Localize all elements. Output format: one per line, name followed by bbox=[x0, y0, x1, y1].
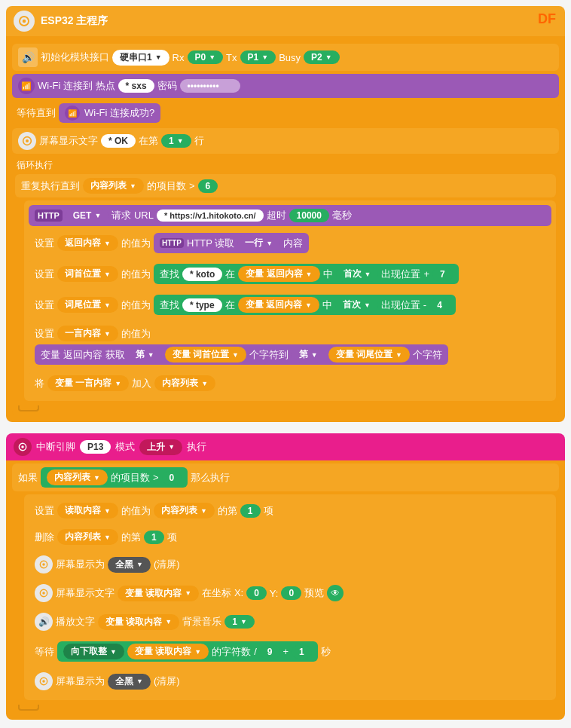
scroll-var[interactable]: 变量 读取内容 bbox=[127, 644, 209, 659]
speaker-icon: 🔊 bbox=[18, 47, 38, 67]
tx-pin[interactable]: P1 bbox=[240, 50, 276, 64]
http-row: HTTP GET 请求 URL * https://v1.hitokoto.cn… bbox=[29, 205, 551, 226]
delete-row: 删除 内容列表 的第 1 项 bbox=[29, 525, 551, 549]
set-return-row: 设置 返回内容 的值为 HTTP HTTP 读取 一行 内容 bbox=[29, 229, 551, 257]
df-logo: DF bbox=[538, 11, 556, 27]
screen-icon4 bbox=[35, 672, 53, 690]
read-item-num[interactable]: 1 bbox=[240, 504, 261, 518]
get-to[interactable]: 第 bbox=[292, 347, 325, 362]
set-word-end-row: 设置 词尾位置 的值为 查找 * type 在 变量 返回内容 中 首次 出现位… bbox=[29, 291, 551, 319]
clear-color2[interactable]: 全黑 bbox=[108, 674, 151, 690]
init-module-row: 🔊 初始化模块接口 硬串口1 Rx P0 Tx P1 Busy P2 bbox=[12, 44, 559, 71]
if-list[interactable]: 内容列表 bbox=[47, 470, 108, 485]
speaker-icon2: 🔊 bbox=[35, 613, 53, 631]
set-word-start-row: 设置 词首位置 的值为 查找 * koto 在 变量 返回内容 中 首次 出现位… bbox=[29, 260, 551, 288]
port-select[interactable]: 硬串口1 bbox=[112, 50, 169, 66]
add-list-row: 将 变量 一言内容 加入 内容列表 bbox=[29, 372, 551, 395]
interrupt-icon bbox=[14, 438, 32, 456]
list-name-select[interactable]: 内容列表 bbox=[83, 178, 144, 194]
password-input[interactable]: •••••••••• bbox=[180, 79, 240, 93]
offset-7[interactable]: 7 bbox=[432, 268, 453, 281]
screen-icon3 bbox=[35, 584, 53, 602]
search-type[interactable]: * type bbox=[182, 298, 222, 312]
word-end-var[interactable]: 词尾位置 bbox=[57, 297, 118, 313]
svg-point-3 bbox=[26, 139, 29, 142]
screen-clear2-row: 屏幕显示为 全黑 (清屏) bbox=[29, 668, 551, 694]
http-method[interactable]: GET bbox=[66, 209, 109, 222]
music-val[interactable]: 1 bbox=[224, 615, 255, 629]
offset-4[interactable]: 4 bbox=[429, 298, 450, 312]
divisor-9[interactable]: 9 bbox=[260, 645, 280, 659]
return-content-var1[interactable]: 变量 返回内容 bbox=[238, 266, 319, 282]
wifi-row: 📶 Wi-Fi 连接到 热点 * sxs 密码 •••••••••• bbox=[12, 74, 559, 98]
if-bottom bbox=[12, 703, 559, 714]
read-row-select[interactable]: 一行 bbox=[237, 235, 280, 251]
scroll-direction[interactable]: 向下取整 bbox=[63, 644, 124, 659]
set-content-row: 设置 一言内容 的值为 变量 返回内容 获取 第 变量 词首位置 个字符到 第 … bbox=[29, 322, 551, 369]
rx-pin[interactable]: P0 bbox=[188, 50, 224, 64]
order-first1[interactable]: 首次 bbox=[336, 266, 379, 282]
ok-value[interactable]: * OK bbox=[101, 134, 136, 148]
http-url[interactable]: * https://v1.hitokoto.cn/ bbox=[157, 210, 264, 222]
init-label: 初始化模块接口 bbox=[41, 50, 109, 64]
program1-body: 🔊 初始化模块接口 硬串口1 Rx P0 Tx P1 Busy P2 📶 Wi-… bbox=[6, 36, 565, 422]
read-list[interactable]: 内容列表 bbox=[154, 503, 215, 518]
content-var[interactable]: 一言内容 bbox=[57, 326, 118, 341]
if-inner: 设置 读取内容 的值为 内容列表 的第 1 项 删除 内容列表 的第 1 项 bbox=[24, 494, 556, 700]
wait-scroll-row: 等待 向下取整 变量 读取内容 的字符数 / 9 + 1 秒 bbox=[29, 638, 551, 665]
screen-text-row: 屏幕显示文字 * OK 在第 1 行 bbox=[12, 128, 559, 154]
loop-label: 循环执行 bbox=[12, 157, 559, 174]
row-num[interactable]: 1 bbox=[161, 134, 191, 148]
addend-1[interactable]: 1 bbox=[292, 645, 312, 659]
content-var-ref[interactable]: 变量 一言内容 bbox=[47, 375, 129, 391]
repeat-until-row: 重复执行直到 内容列表 的项目数 > 6 bbox=[15, 174, 556, 197]
get-from[interactable]: 第 bbox=[128, 347, 162, 362]
clear-color1[interactable]: 全黑 bbox=[108, 557, 151, 573]
read-var[interactable]: 读取内容 bbox=[57, 503, 118, 518]
wait-wifi-row: 等待直到 📶 Wi-Fi 连接成功? bbox=[12, 101, 559, 125]
play-text-row: 🔊 播放文字 变量 读取内容 背景音乐 1 bbox=[29, 609, 551, 635]
svg-point-1 bbox=[23, 20, 26, 23]
wifi-connect-label: Wi-Fi 连接到 热点 bbox=[38, 79, 115, 93]
interrupt-mode[interactable]: 上升 bbox=[139, 439, 182, 455]
loop-inner: HTTP GET 请求 URL * https://v1.hitokoto.cn… bbox=[24, 200, 556, 401]
wifi-icon: 📶 bbox=[18, 78, 35, 94]
loop-bottom bbox=[12, 404, 559, 416]
search-koto[interactable]: * koto bbox=[182, 268, 222, 281]
program1-container: ESP32 主程序 🔊 初始化模块接口 硬串口1 Rx P0 Tx P1 Bus… bbox=[6, 6, 565, 422]
x-coord[interactable]: 0 bbox=[246, 586, 267, 600]
return-var[interactable]: 返回内容 bbox=[57, 235, 118, 251]
loop-block: 循环执行 重复执行直到 内容列表 的项目数 > 6 HTTP GET 请求 UR… bbox=[12, 157, 559, 416]
esp32-icon bbox=[14, 11, 35, 32]
repeat-value[interactable]: 6 bbox=[198, 179, 218, 193]
esp32-header: ESP32 主程序 bbox=[6, 6, 565, 36]
program2-container: 中断引脚 P13 模式 上升 执行 如果 内容列表 的项目数 > 0 那么执行 … bbox=[6, 433, 565, 720]
svg-point-5 bbox=[21, 445, 24, 448]
preview-icon[interactable]: 👁 bbox=[327, 585, 344, 601]
return-content-var2[interactable]: 变量 返回内容 bbox=[238, 297, 319, 313]
if-value[interactable]: 0 bbox=[162, 471, 182, 485]
list-name-ref[interactable]: 内容列表 bbox=[154, 375, 215, 391]
http-timeout[interactable]: 10000 bbox=[289, 209, 329, 222]
http-label: HTTP bbox=[35, 210, 63, 222]
screen-icon2 bbox=[35, 555, 53, 574]
ssid-input[interactable]: * sxs bbox=[118, 79, 154, 93]
set-read-row: 设置 读取内容 的值为 内容列表 的第 1 项 bbox=[29, 499, 551, 522]
esp32-label: ESP32 主程序 bbox=[41, 14, 108, 28]
screen-icon bbox=[18, 132, 36, 150]
order-first2[interactable]: 首次 bbox=[335, 297, 378, 313]
y-coord[interactable]: 0 bbox=[281, 586, 301, 600]
interrupt-pin[interactable]: P13 bbox=[80, 440, 111, 454]
delete-list[interactable]: 内容列表 bbox=[57, 529, 118, 545]
delete-item-num[interactable]: 1 bbox=[144, 531, 164, 544]
show-text-var[interactable]: 变量 读取内容 bbox=[118, 586, 199, 601]
screen-clear-row: 屏幕显示为 全黑 (清屏) bbox=[29, 552, 551, 577]
play-text-var[interactable]: 变量 读取内容 bbox=[98, 614, 179, 630]
svg-point-7 bbox=[42, 563, 45, 566]
busy-pin[interactable]: P2 bbox=[304, 50, 340, 64]
screen-text2-row: 屏幕显示文字 变量 读取内容 在坐标 X: 0 Y: 0 预览 👁 bbox=[29, 580, 551, 606]
word-start-ref[interactable]: 变量 词首位置 bbox=[165, 347, 246, 362]
word-end-ref[interactable]: 变量 词尾位置 bbox=[328, 347, 410, 362]
interrupt-header: 中断引脚 P13 模式 上升 执行 bbox=[6, 433, 565, 460]
word-start-var[interactable]: 词首位置 bbox=[57, 266, 118, 282]
